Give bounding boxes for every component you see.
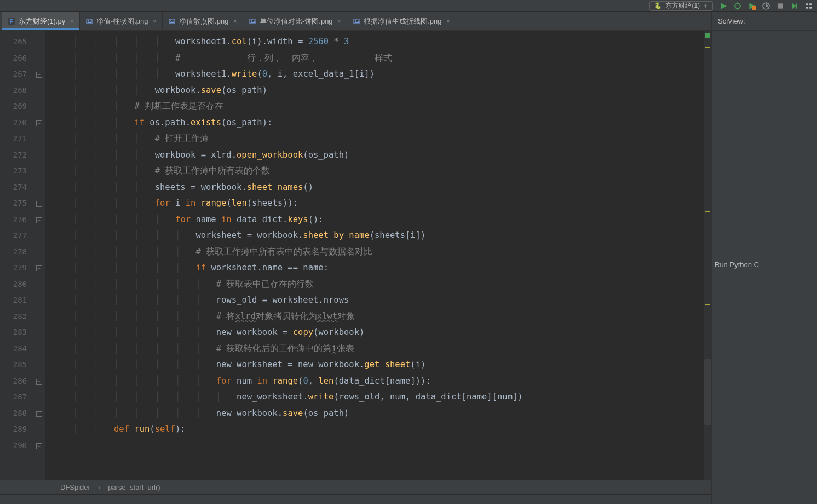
code-line[interactable]: │ │ │ │ │ │ # 获取工作薄中所有表中的表名与数据名对比 [53,244,704,260]
code-line[interactable]: │ │ │ │ │ │ │ for num in range(0, len(da… [53,373,704,390]
code-editor[interactable]: │ │ │ │ │ worksheet1.col(i).width = 2560… [45,31,704,480]
svg-rect-9 [778,3,783,8]
python-icon: 🐍 [654,2,662,9]
code-line[interactable]: │ │ │ │ │ # 行，列， 内容， 样式 [53,50,704,67]
code-line[interactable]: │ │ │ │ sheets = workbook.sheet_names() [53,179,704,196]
line-number: 279 [0,260,27,276]
run-icon[interactable] [720,2,727,10]
line-number: 274 [0,179,27,196]
line-number: 285 [0,357,27,373]
svg-point-0 [735,3,740,8]
line-number: 283 [0,325,27,341]
code-line[interactable]: │ │ │ if os.path.exists(os_path): [53,115,704,131]
code-line[interactable]: │ │ │ │ │ │ if worksheet.name == name: [53,260,704,276]
line-number: 276 [0,212,27,228]
editor-tab[interactable]: 净值散点图.png× [163,12,243,30]
code-line[interactable]: │ │ │ │ # 打开工作薄 [53,131,704,147]
scrollbar-thumb[interactable] [704,359,711,425]
breadcrumb-item[interactable]: DFSpider [60,483,90,491]
warning-mark[interactable] [705,304,710,305]
fold-toggle-icon[interactable]: − [36,120,42,126]
line-number: 281 [0,292,27,309]
close-icon[interactable]: × [152,17,157,25]
close-icon[interactable]: × [446,17,451,25]
sciview-body: Run Python C [712,31,817,504]
line-number: 280 [0,276,27,293]
close-icon[interactable]: × [70,17,74,25]
attach-icon[interactable] [791,2,798,10]
code-line[interactable]: │ │ │ │ │ │ │ # 获取表中已存在的行数 [53,276,704,293]
code-line[interactable]: │ │ │ │ │ worksheet1.write(0, i, excel_d… [53,66,704,83]
warning-mark[interactable] [705,47,710,48]
svg-rect-11 [806,3,808,5]
code-line[interactable]: │ │ │ │ │ │ worksheet = workbook.sheet_b… [53,228,704,244]
chevron-down-icon: ▼ [703,3,708,9]
fold-toggle-icon[interactable]: − [36,379,42,385]
line-number: 265 [0,34,27,50]
code-line[interactable]: │ │ │ │ │ │ │ # 将xlrd对象拷贝转化为xlwt对象 [53,309,704,325]
editor-tab[interactable]: P东方财经(1).py× [2,12,80,30]
fold-toggle-icon[interactable]: − [36,201,42,207]
close-icon[interactable]: × [337,17,342,25]
line-number: 287 [0,389,27,405]
fold-toggle-icon[interactable]: − [36,411,42,417]
code-line[interactable]: │ │ def run(self): [53,421,704,438]
fold-toggle-icon[interactable]: − [36,443,42,449]
sciview-title: SciView: [712,12,817,31]
code-line[interactable]: │ │ │ # 判断工作表是否存在 [53,99,704,115]
run-config-label: 东方财经(1) [665,1,700,10]
svg-point-25 [251,20,252,21]
svg-rect-12 [809,3,812,5]
debug-icon[interactable] [734,2,741,10]
code-line[interactable]: │ │ │ │ │ for name in data_dict.keys(): [53,212,704,228]
editor-tab[interactable]: 净值-柱状图.png× [80,12,163,30]
error-stripe[interactable] [704,31,711,480]
line-number: 284 [0,341,27,357]
tab-label: 净值散点图.png [179,16,228,26]
image-file-icon [249,18,256,25]
breadcrumb-item[interactable]: parse_start_url() [108,483,160,491]
line-number: 290 [0,438,27,454]
code-pane: 2652662672682692702712722732742752762772… [0,31,711,480]
svg-rect-14 [809,7,812,9]
breakpoints-icon[interactable] [805,2,813,10]
line-number: 273 [0,163,27,179]
profile-icon[interactable] [762,2,770,10]
image-file-icon [353,18,360,25]
svg-rect-5 [752,6,756,10]
line-number: 286 [0,373,27,390]
code-line[interactable]: │ │ │ │ │ │ │ new_workbook.save(os_path) [53,405,704,422]
tab-label: 单位净值对比-饼图.png [260,16,333,26]
sciview-run-link[interactable]: Run Python C [712,260,817,269]
code-line[interactable]: │ │ │ │ │ │ │ new_workbook = copy(workbo… [53,325,704,341]
code-line[interactable]: │ │ │ │ for i in range(len(sheets)): [53,195,704,212]
run-with-coverage-icon[interactable] [748,2,756,10]
editor-tab[interactable]: 单位净值对比-饼图.png× [243,12,347,30]
code-line[interactable]: │ │ │ │ workbook = xlrd.open_workbook(os… [53,147,704,164]
code-line[interactable]: │ │ │ │ │ worksheet1.col(i).width = 2560… [53,34,704,50]
svg-point-19 [88,20,89,21]
tab-label: 东方财经(1).py [19,16,65,26]
code-line[interactable]: │ │ │ │ │ │ │ │ new_worksheet.write(rows… [53,389,704,405]
tab-label: 根据净值生成折线图.png [364,16,441,26]
editor-tab[interactable]: 根据净值生成折线图.png× [347,12,456,30]
line-number: 289 [0,421,27,438]
code-line[interactable]: │ │ │ │ workbook.save(os_path) [53,83,704,99]
line-number: 270 [0,115,27,131]
breadcrumb-sep-icon: › [98,483,100,491]
code-line[interactable]: │ │ │ │ │ │ │ rows_old = worksheet.nrows [53,292,704,309]
line-number: 272 [0,147,27,164]
line-number: 271 [0,131,27,147]
close-icon[interactable]: × [233,17,237,25]
fold-toggle-icon[interactable]: − [36,265,42,271]
run-config-selector[interactable]: 🐍 东方财经(1) ▼ [649,1,713,11]
inspection-ok-icon [705,33,710,38]
fold-toggle-icon[interactable]: − [36,217,42,223]
stop-icon[interactable] [776,2,784,10]
code-line[interactable]: │ │ │ │ # 获取工作薄中所有表的个数 [53,163,704,179]
code-line[interactable]: │ │ │ │ │ │ │ # 获取转化后的工作薄中的第i张表 [53,341,704,357]
fold-toggle-icon[interactable]: − [36,72,42,78]
svg-point-28 [355,20,356,21]
code-line[interactable]: │ │ │ │ │ │ │ new_worksheet = new_workbo… [53,357,704,373]
warning-mark[interactable] [705,211,710,212]
